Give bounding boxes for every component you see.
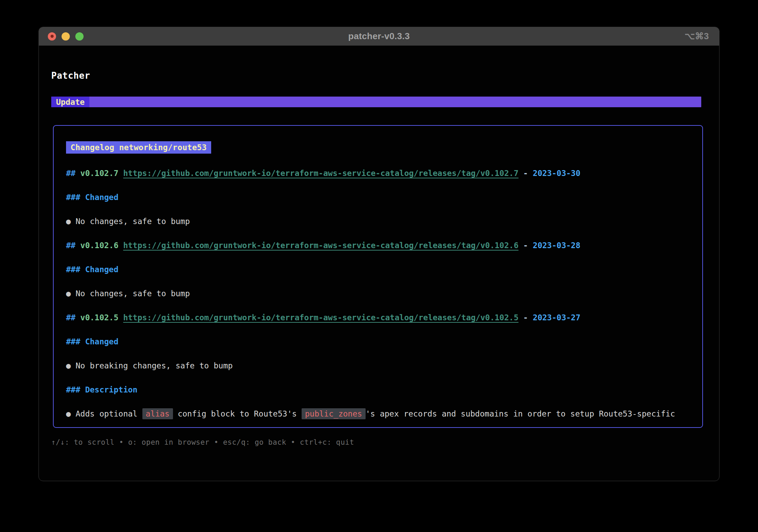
release-date: 2023-03-27	[533, 313, 580, 322]
release-link[interactable]: https://github.com/gruntwork-io/terrafor…	[123, 313, 518, 322]
bullet-text: Adds optional	[76, 409, 142, 418]
changelog-viewport[interactable]: Changelog networking/route53 ## v0.102.7…	[53, 125, 703, 428]
release-separator: -	[519, 169, 533, 178]
bullet-text: No changes, safe to bump	[76, 289, 190, 298]
changelog-body: ## v0.102.7 https://github.com/gruntwork…	[66, 169, 690, 418]
bullet-text: config block to Route53's	[173, 409, 302, 418]
release-link[interactable]: https://github.com/gruntwork-io/terrafor…	[123, 169, 518, 178]
bullet-text: No breaking changes, safe to bump	[76, 361, 233, 370]
bullet-icon: ●	[66, 361, 76, 370]
release-version: v0.102.6	[80, 241, 123, 250]
help-bar: ↑/↓: to scroll • o: open in browser • es…	[51, 438, 719, 446]
release-separator: -	[519, 241, 533, 250]
tab-bar: Update	[51, 97, 701, 107]
release-heading: ## v0.102.7 https://github.com/gruntwork…	[66, 169, 690, 178]
section-heading: ### Changed	[66, 193, 690, 202]
bullet-text: 's apex records and subdomains in order …	[366, 409, 675, 418]
section-heading: ### Changed	[66, 265, 690, 274]
bullet-icon: ●	[66, 289, 76, 298]
close-button[interactable]	[48, 32, 56, 41]
bullet-text: No changes, safe to bump	[76, 217, 190, 226]
terminal-content: Patcher Update Changelog networking/rout…	[39, 70, 719, 446]
md-hash-prefix: ##	[66, 313, 80, 322]
inline-code: alias	[142, 408, 173, 419]
zoom-button[interactable]	[75, 32, 84, 41]
release-date: 2023-03-28	[533, 241, 580, 250]
section-heading: ### Description	[66, 385, 690, 394]
bullet-line: ● No changes, safe to bump	[66, 289, 690, 298]
release-separator: -	[519, 313, 533, 322]
bullet-line: ● No breaking changes, safe to bump	[66, 361, 690, 370]
close-dot-icon	[51, 35, 54, 38]
release-heading: ## v0.102.5 https://github.com/gruntwork…	[66, 313, 690, 322]
release-version: v0.102.7	[80, 169, 123, 178]
md-hash-prefix: ##	[66, 241, 80, 250]
window-title: patcher-v0.3.3	[348, 31, 410, 42]
title-bar[interactable]: patcher-v0.3.3 ⌥⌘3	[39, 27, 719, 46]
release-date: 2023-03-30	[533, 169, 580, 178]
minimize-button[interactable]	[62, 32, 70, 41]
window-controls	[48, 27, 84, 45]
app-window: patcher-v0.3.3 ⌥⌘3 Patcher Update Change…	[39, 27, 719, 481]
bullet-line: ● No changes, safe to bump	[66, 217, 690, 226]
changelog-badge: Changelog networking/route53	[66, 141, 211, 154]
app-heading: Patcher	[51, 70, 719, 81]
bullet-line: ● Adds optional alias config block to Ro…	[66, 409, 690, 418]
window-shortcut: ⌥⌘3	[685, 31, 709, 42]
release-heading: ## v0.102.6 https://github.com/gruntwork…	[66, 241, 690, 250]
md-hash-prefix: ##	[66, 169, 80, 178]
tab-update[interactable]: Update	[51, 97, 89, 107]
release-link[interactable]: https://github.com/gruntwork-io/terrafor…	[123, 241, 518, 250]
release-version: v0.102.5	[80, 313, 123, 322]
bullet-icon: ●	[66, 217, 76, 226]
bullet-icon: ●	[66, 409, 76, 418]
section-heading: ### Changed	[66, 337, 690, 346]
inline-code: public_zones	[302, 408, 366, 419]
